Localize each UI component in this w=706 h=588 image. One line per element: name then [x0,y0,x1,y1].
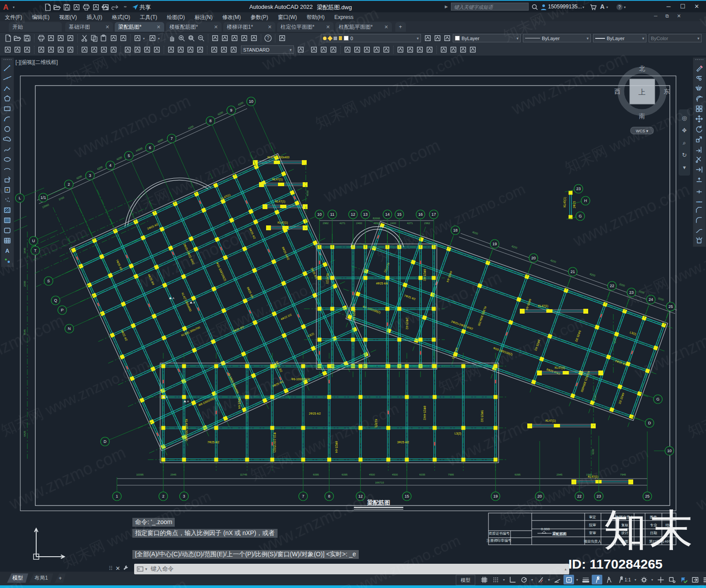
save-icon[interactable] [23,34,32,43]
preview-icon[interactable] [47,34,56,43]
dim-break-icon[interactable] [153,45,161,54]
dim-tedit-icon[interactable] [220,45,229,54]
e3-icon[interactable] [416,45,424,54]
help-icon[interactable]: ? [264,34,273,43]
undo-icon[interactable] [133,34,142,43]
ucs-icon[interactable] [34,528,64,559]
viewport-controls[interactable]: [-][俯视][二维线框] [15,59,58,66]
explode-icon[interactable] [695,236,704,245]
vp1-icon[interactable] [310,45,319,54]
breakpt-icon[interactable] [695,176,704,184]
blend-icon[interactable] [695,226,704,235]
status-plus-icon[interactable] [655,575,666,584]
pan-icon[interactable] [168,34,176,43]
share-button[interactable]: 共享 [139,4,151,11]
p1-icon[interactable] [439,45,448,54]
linetype-combo[interactable]: ByLayer▾ [523,34,591,42]
dim-edit-icon[interactable] [210,45,219,54]
dimstyle-combo[interactable]: STANDARD▾ [241,45,294,54]
file-tab-1[interactable]: 开始 [9,22,62,32]
status-caret-icon[interactable]: ▾ [530,575,534,584]
navigation-bar[interactable]: ◎✥⌕↻▾ [679,109,690,176]
minimize-button[interactable]: ─ [663,3,674,11]
p3-icon[interactable] [459,45,468,54]
plot-icon[interactable] [37,34,46,43]
mirror-icon[interactable] [695,84,704,93]
autocad-logo-icon[interactable]: A [3,3,12,11]
e2-icon[interactable] [406,45,415,54]
search-input[interactable]: 键入关键字或短语 [451,3,529,11]
m5-icon[interactable] [382,45,391,54]
combo-caret-icon[interactable]: ▾ [697,36,699,41]
layer-states-icon[interactable] [424,34,432,43]
status-caret-icon[interactable]: ▾ [502,575,506,584]
help-caret-icon[interactable]: ▾ [624,5,626,9]
cmd-customize-wrench-icon[interactable] [123,565,129,572]
status-isolate-icon[interactable] [667,575,677,584]
dim-qdim-icon[interactable] [186,45,195,54]
file-tab-3[interactable]: 梁配筋图*✕ [115,22,164,32]
status-osnap-icon[interactable] [563,575,574,584]
a-caret-icon[interactable]: ▾ [606,5,608,9]
line-icon[interactable] [3,64,12,73]
qprops-icon[interactable] [278,34,287,43]
vp3-icon[interactable] [329,45,338,54]
dim-ang-icon[interactable] [80,45,89,54]
break-icon[interactable] [695,186,704,195]
match-icon[interactable] [109,34,118,43]
dim-center-icon[interactable] [167,45,176,54]
zoom-rt-icon[interactable] [177,34,186,43]
autodesk-a-icon[interactable]: A [600,3,605,10]
split-caret-icon[interactable]: ▾ [158,37,160,41]
cmd-expand-icon[interactable]: ▴ [564,567,567,571]
status-ortho-icon[interactable] [507,575,518,584]
help-icon[interactable]: ? [616,4,623,12]
new-tab-button[interactable]: + [395,22,406,32]
combo-caret-icon[interactable]: ▾ [417,36,419,41]
layer-translate-icon[interactable] [443,34,452,43]
combo-caret-icon[interactable]: ▾ [516,36,518,41]
layer-combo[interactable]: 0▾ [321,34,421,42]
ellipse-icon[interactable] [3,155,12,164]
maximize-button[interactable]: ☐ [677,3,688,11]
drawing-canvas[interactable]: 7Φ25 4/24Φ25 4/4KL4(7) 300x6002Φ25+2Φ22 … [0,56,706,588]
spline-icon[interactable] [3,145,12,154]
textstyle-icon[interactable] [4,45,12,54]
batch-icon[interactable] [66,34,75,43]
erase-icon[interactable] [695,64,704,73]
stretch-icon[interactable] [695,145,704,154]
cmd-close-icon[interactable]: ✕ [116,565,120,572]
user-id[interactable]: 1505999135... [548,4,582,10]
undo-icon[interactable] [101,3,109,13]
chamfer-icon[interactable] [695,206,704,215]
combo-caret-icon[interactable]: ▾ [642,36,644,41]
paste-icon[interactable] [100,34,109,43]
redo-icon[interactable] [111,3,119,13]
polygon-icon[interactable] [3,94,12,103]
save-as-icon[interactable] [72,3,80,11]
ptstyle-icon[interactable] [3,257,12,266]
dim-insp-icon[interactable] [176,45,185,54]
insert-icon[interactable] [3,176,12,184]
hatch-icon[interactable] [3,206,12,215]
copy2-icon[interactable] [695,74,704,83]
bedit-icon[interactable] [119,34,128,43]
adc-icon[interactable] [211,34,220,43]
scale-icon[interactable] [695,135,704,144]
redo-icon[interactable] [148,34,157,43]
share-plane-icon[interactable] [131,3,139,13]
makeblock-icon[interactable] [3,186,12,195]
region-icon[interactable] [3,226,12,235]
dim-base-icon[interactable] [133,45,142,54]
lineweight-combo[interactable]: ByLayer▾ [593,34,646,42]
tray-grip-icon[interactable]: ⠿ [109,565,113,572]
e4-icon[interactable] [425,45,434,54]
status-caret-icon[interactable]: ▾ [575,575,579,584]
cut-icon[interactable] [80,34,89,43]
doc-close-icon[interactable]: ✕ [677,13,681,19]
split-caret-icon[interactable]: ▾ [143,37,145,41]
gradient-icon[interactable] [3,216,12,225]
file-tab-5[interactable]: 楼梯详图1*✕ [223,22,275,32]
transmit-icon[interactable] [92,3,100,11]
layer-prev-icon[interactable] [433,34,442,43]
